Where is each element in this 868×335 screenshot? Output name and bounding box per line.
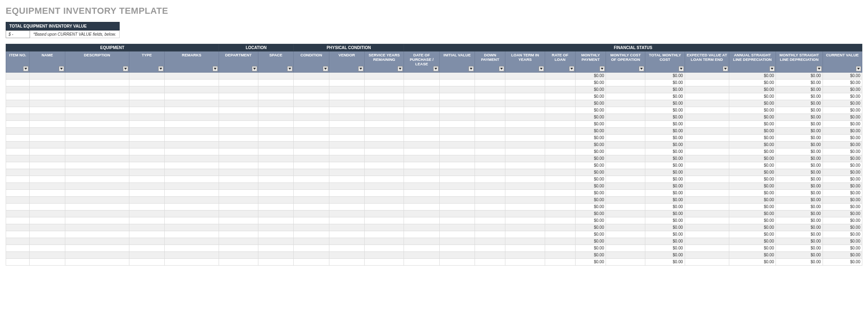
cell-annual_sl_depreciation[interactable]: $0.00	[729, 183, 776, 189]
filter-dropdown-icon[interactable]	[358, 66, 363, 71]
cell-expected_value_loan_term_end[interactable]	[685, 210, 729, 217]
cell-description[interactable]	[65, 196, 129, 203]
cell-space[interactable]	[258, 183, 293, 189]
cell-expected_value_loan_term_end[interactable]	[685, 196, 729, 203]
cell-total_monthly_cost[interactable]: $0.00	[645, 162, 685, 169]
cell-initial_value[interactable]	[439, 79, 475, 86]
cell-monthly_payment[interactable]: $0.00	[575, 79, 606, 86]
cell-total_monthly_cost[interactable]: $0.00	[645, 196, 685, 203]
cell-rate_of_loan[interactable]	[545, 79, 575, 86]
cell-item_no[interactable]	[6, 86, 30, 93]
cell-vendor[interactable]	[329, 176, 364, 183]
cell-annual_sl_depreciation[interactable]: $0.00	[729, 238, 776, 245]
cell-name[interactable]	[30, 155, 65, 162]
cell-expected_value_loan_term_end[interactable]	[685, 100, 729, 107]
cell-service_years_remaining[interactable]	[365, 176, 404, 183]
cell-type[interactable]	[129, 258, 164, 265]
cell-rate_of_loan[interactable]	[545, 217, 575, 224]
cell-vendor[interactable]	[329, 258, 364, 265]
cell-monthly_payment[interactable]: $0.00	[575, 120, 606, 127]
cell-department[interactable]	[219, 86, 258, 93]
cell-type[interactable]	[129, 245, 164, 251]
cell-total_monthly_cost[interactable]: $0.00	[645, 93, 685, 100]
cell-space[interactable]	[258, 162, 293, 169]
cell-monthly_sl_depreciation[interactable]: $0.00	[776, 251, 823, 258]
cell-current_value[interactable]: $0.00	[823, 251, 862, 258]
column-header-item_no[interactable]: ITEM NO.	[6, 52, 30, 73]
filter-dropdown-icon[interactable]	[323, 66, 328, 71]
cell-down_payment[interactable]	[475, 86, 505, 93]
cell-monthly_cost_of_operation[interactable]	[606, 183, 645, 189]
cell-expected_value_loan_term_end[interactable]	[685, 114, 729, 120]
cell-current_value[interactable]: $0.00	[823, 224, 862, 231]
cell-department[interactable]	[219, 162, 258, 169]
cell-description[interactable]	[65, 183, 129, 189]
cell-condition[interactable]	[294, 245, 329, 251]
cell-type[interactable]	[129, 93, 164, 100]
cell-service_years_remaining[interactable]	[365, 217, 404, 224]
cell-down_payment[interactable]	[475, 79, 505, 86]
cell-down_payment[interactable]	[475, 127, 505, 134]
cell-initial_value[interactable]	[439, 203, 475, 210]
cell-monthly_payment[interactable]: $0.00	[575, 176, 606, 183]
cell-service_years_remaining[interactable]	[365, 141, 404, 148]
cell-date_of_purchase_lease[interactable]	[404, 107, 439, 114]
cell-service_years_remaining[interactable]	[365, 100, 404, 107]
cell-space[interactable]	[258, 224, 293, 231]
cell-space[interactable]	[258, 169, 293, 176]
cell-initial_value[interactable]	[439, 134, 475, 141]
cell-down_payment[interactable]	[475, 176, 505, 183]
cell-vendor[interactable]	[329, 100, 364, 107]
cell-annual_sl_depreciation[interactable]: $0.00	[729, 196, 776, 203]
cell-remarks[interactable]	[165, 203, 219, 210]
cell-remarks[interactable]	[165, 183, 219, 189]
cell-condition[interactable]	[294, 210, 329, 217]
cell-vendor[interactable]	[329, 196, 364, 203]
cell-down_payment[interactable]	[475, 238, 505, 245]
cell-service_years_remaining[interactable]	[365, 107, 404, 114]
cell-down_payment[interactable]	[475, 100, 505, 107]
cell-description[interactable]	[65, 251, 129, 258]
cell-item_no[interactable]	[6, 203, 30, 210]
filter-dropdown-icon[interactable]	[433, 66, 438, 71]
cell-date_of_purchase_lease[interactable]	[404, 86, 439, 93]
filter-dropdown-icon[interactable]	[679, 66, 684, 71]
cell-annual_sl_depreciation[interactable]: $0.00	[729, 169, 776, 176]
cell-monthly_cost_of_operation[interactable]	[606, 258, 645, 265]
column-header-monthly_sl_depreciation[interactable]: MONTHLY STRAIGHT LINE DEPRECIATION	[776, 52, 823, 73]
cell-monthly_payment[interactable]: $0.00	[575, 245, 606, 251]
cell-department[interactable]	[219, 238, 258, 245]
cell-monthly_sl_depreciation[interactable]: $0.00	[776, 217, 823, 224]
cell-total_monthly_cost[interactable]: $0.00	[645, 210, 685, 217]
cell-monthly_sl_depreciation[interactable]: $0.00	[776, 258, 823, 265]
cell-annual_sl_depreciation[interactable]: $0.00	[729, 155, 776, 162]
cell-total_monthly_cost[interactable]: $0.00	[645, 114, 685, 120]
cell-rate_of_loan[interactable]	[545, 176, 575, 183]
column-header-condition[interactable]: CONDITION	[294, 52, 329, 73]
cell-loan_term_years[interactable]	[505, 79, 545, 86]
cell-monthly_cost_of_operation[interactable]	[606, 196, 645, 203]
cell-expected_value_loan_term_end[interactable]	[685, 217, 729, 224]
cell-expected_value_loan_term_end[interactable]	[685, 203, 729, 210]
cell-condition[interactable]	[294, 134, 329, 141]
cell-monthly_payment[interactable]: $0.00	[575, 203, 606, 210]
cell-rate_of_loan[interactable]	[545, 251, 575, 258]
cell-space[interactable]	[258, 107, 293, 114]
cell-current_value[interactable]: $0.00	[823, 72, 862, 79]
cell-monthly_payment[interactable]: $0.00	[575, 93, 606, 100]
cell-down_payment[interactable]	[475, 183, 505, 189]
cell-department[interactable]	[219, 169, 258, 176]
cell-total_monthly_cost[interactable]: $0.00	[645, 258, 685, 265]
cell-type[interactable]	[129, 141, 164, 148]
cell-initial_value[interactable]	[439, 86, 475, 93]
cell-description[interactable]	[65, 176, 129, 183]
cell-department[interactable]	[219, 210, 258, 217]
cell-expected_value_loan_term_end[interactable]	[685, 176, 729, 183]
cell-name[interactable]	[30, 203, 65, 210]
cell-loan_term_years[interactable]	[505, 93, 545, 100]
cell-monthly_sl_depreciation[interactable]: $0.00	[776, 203, 823, 210]
cell-monthly_sl_depreciation[interactable]: $0.00	[776, 183, 823, 189]
column-header-type[interactable]: TYPE	[129, 52, 164, 73]
cell-vendor[interactable]	[329, 79, 364, 86]
cell-monthly_payment[interactable]: $0.00	[575, 141, 606, 148]
